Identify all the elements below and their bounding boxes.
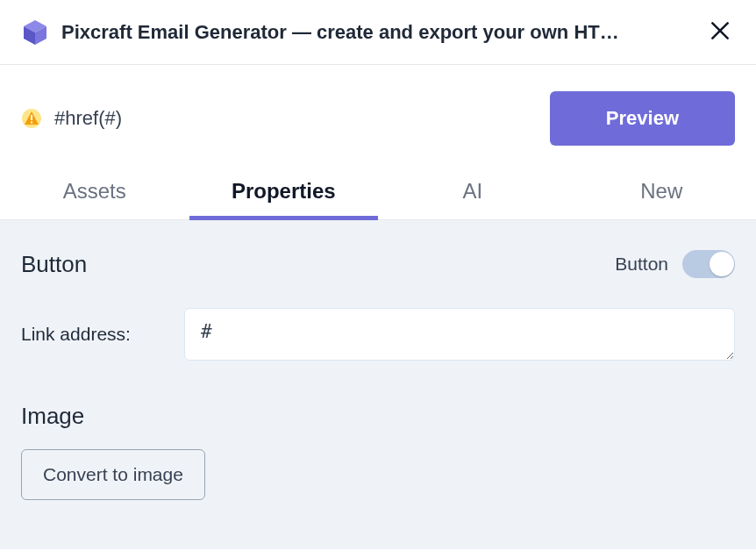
svg-rect-7 [31, 115, 32, 120]
image-section-heading: Image [21, 403, 735, 430]
tab-properties[interactable]: Properties [189, 165, 379, 219]
subheader-row: #href(#) Preview [0, 65, 756, 165]
tab-new[interactable]: New [567, 165, 757, 219]
app-title: Pixcraft Email Generator — create and ex… [61, 21, 693, 44]
button-toggle-wrap: Button [615, 250, 735, 278]
link-address-row: Link address: [21, 308, 735, 361]
tab-ai[interactable]: AI [378, 165, 567, 219]
warning-icon [21, 108, 42, 129]
element-ref: #href(#) [54, 107, 538, 130]
properties-panel: Button Button Link address: Image Conver… [0, 220, 756, 549]
button-toggle[interactable] [682, 250, 735, 278]
svg-rect-8 [31, 122, 32, 124]
tab-assets[interactable]: Assets [0, 165, 189, 219]
preview-button[interactable]: Preview [550, 91, 735, 146]
convert-to-image-button[interactable]: Convert to image [21, 449, 205, 500]
button-section-heading: Button [21, 251, 87, 278]
button-section-row: Button Button [21, 250, 735, 278]
tabs-bar: Assets Properties AI New [0, 165, 756, 220]
app-logo-icon [21, 18, 49, 46]
link-address-input[interactable] [184, 308, 735, 361]
link-address-label: Link address: [21, 324, 160, 345]
app-header: Pixcraft Email Generator — create and ex… [0, 0, 756, 65]
close-icon [709, 19, 731, 45]
toggle-knob [710, 252, 734, 276]
button-toggle-label: Button [615, 254, 668, 275]
close-button[interactable] [705, 16, 735, 48]
